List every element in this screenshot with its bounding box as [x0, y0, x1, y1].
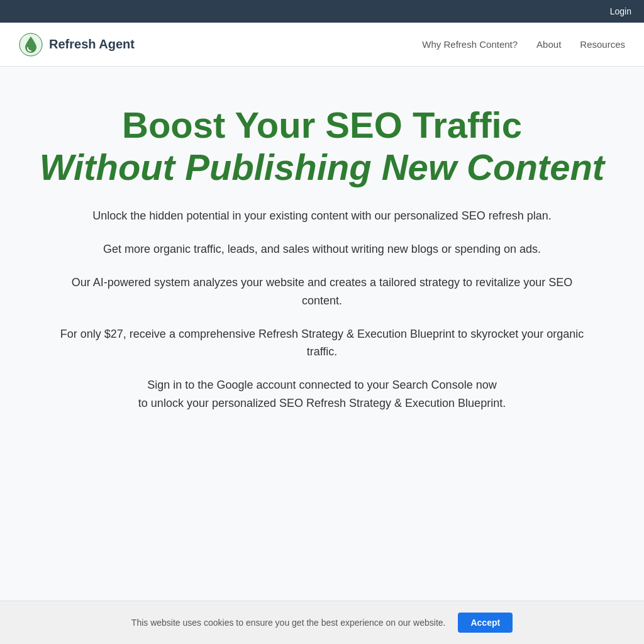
hero-para-3: Our AI-powered system analyzes your webs…: [55, 274, 589, 310]
nav-link-about[interactable]: About: [536, 39, 561, 50]
top-bar: Login: [0, 0, 644, 23]
hero-para-4: For only $27, receive a comprehensive Re…: [55, 325, 589, 362]
brand-link[interactable]: Refresh Agent: [19, 33, 135, 57]
brand-name-text: Refresh Agent: [49, 37, 135, 52]
hero-title-line1: Boost Your SEO Traffic: [122, 104, 522, 145]
navbar: Refresh Agent Why Refresh Content? About…: [0, 23, 644, 67]
hero-title: Boost Your SEO Traffic Without Publishin…: [39, 104, 605, 188]
main-content: Boost Your SEO Traffic Without Publishin…: [0, 67, 644, 478]
hero-para-5: Sign in to the Google account connected …: [55, 376, 589, 413]
brand-logo-icon: [19, 33, 43, 57]
cookie-banner: This website uses cookies to ensure you …: [0, 601, 644, 644]
hero-para-1: Unlock the hidden potential in your exis…: [55, 207, 589, 225]
nav-link-why-refresh[interactable]: Why Refresh Content?: [422, 39, 518, 50]
cookie-message: This website uses cookies to ensure you …: [131, 618, 446, 628]
hero-para-5-text: Sign in to the Google account connected …: [55, 376, 589, 413]
hero-para-2: Get more organic traffic, leads, and sal…: [55, 240, 589, 258]
nav-links: Why Refresh Content? About Resources: [422, 39, 625, 50]
nav-link-resources[interactable]: Resources: [580, 39, 625, 50]
hero-title-line2: Without Publishing New Content: [40, 147, 604, 187]
login-link[interactable]: Login: [610, 6, 631, 16]
cookie-accept-button[interactable]: Accept: [458, 613, 513, 633]
